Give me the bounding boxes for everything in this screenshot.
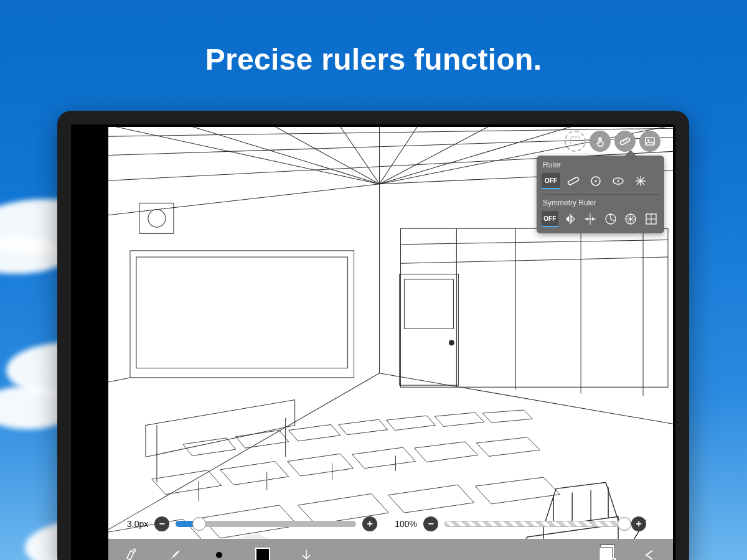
svg-rect-31 — [404, 279, 453, 329]
mirror-vertical-icon[interactable] — [562, 210, 579, 228]
svg-point-32 — [449, 340, 454, 345]
straight-ruler-icon[interactable] — [564, 172, 583, 190]
svg-line-1 — [108, 373, 380, 533]
ruler-section-title: Ruler — [543, 161, 659, 169]
ruler-off-button[interactable]: OFF — [542, 173, 560, 189]
svg-rect-48 — [646, 138, 654, 145]
svg-rect-50 — [568, 177, 580, 185]
brush-size-label: 3.0px — [127, 519, 148, 529]
back-icon[interactable] — [637, 543, 662, 560]
svg-rect-16 — [130, 251, 354, 378]
opacity-label: 100% — [395, 519, 417, 529]
size-slider[interactable] — [176, 521, 356, 527]
size-minus-button[interactable]: − — [154, 516, 169, 531]
selection-tool-icon[interactable] — [565, 131, 586, 152]
brush-size-icon[interactable]: 3.0 — [207, 543, 232, 560]
svg-rect-17 — [136, 257, 348, 368]
svg-point-49 — [647, 139, 649, 141]
svg-rect-43 — [571, 137, 580, 146]
svg-line-3 — [108, 184, 380, 216]
opacity-minus-button[interactable]: − — [423, 516, 438, 531]
tablet-bezel: Ruler OFF Symmetry Ruler OFF — [71, 124, 675, 560]
bottom-toolbar: 3.0 2 — [108, 539, 673, 560]
svg-point-54 — [618, 180, 619, 182]
mirror-both-icon[interactable] — [582, 210, 599, 228]
color-swatch[interactable] — [250, 543, 275, 560]
top-icon-bar — [565, 131, 660, 152]
svg-line-24 — [400, 257, 668, 263]
app-screen: Ruler OFF Symmetry Ruler OFF — [108, 127, 673, 560]
tablet-frame: Ruler OFF Symmetry Ruler OFF — [57, 111, 689, 560]
headline: Precise rulers function. — [0, 42, 747, 77]
opacity-slider[interactable] — [444, 521, 625, 527]
rotational-symmetry-icon[interactable] — [603, 210, 619, 228]
svg-line-2 — [380, 373, 673, 426]
svg-line-18 — [108, 378, 130, 383]
svg-line-29 — [400, 240, 668, 245]
svg-rect-23 — [400, 228, 668, 387]
size-plus-button[interactable]: + — [362, 516, 377, 531]
svg-line-8 — [339, 127, 380, 184]
download-icon[interactable] — [294, 543, 319, 560]
ruler-panel: Ruler OFF Symmetry Ruler OFF — [537, 156, 664, 233]
ruler-tool-icon[interactable] — [614, 131, 636, 152]
svg-point-52 — [595, 180, 597, 182]
circle-ruler-icon[interactable] — [586, 172, 605, 190]
transform-icon[interactable] — [120, 543, 144, 560]
brush-icon[interactable] — [163, 543, 188, 560]
svg-rect-30 — [399, 274, 458, 386]
svg-line-10 — [380, 127, 494, 184]
layers-icon[interactable]: 2 — [593, 543, 618, 560]
kaleidoscope-icon[interactable] — [622, 210, 639, 228]
opacity-plus-button[interactable]: + — [631, 516, 646, 531]
svg-point-20 — [148, 210, 166, 228]
touch-mode-icon[interactable] — [590, 131, 611, 152]
slider-row: 3.0px − + 100% − + — [127, 516, 657, 531]
svg-line-9 — [380, 127, 420, 184]
symmetry-off-button[interactable]: OFF — [542, 211, 558, 227]
radiate-ruler-icon[interactable] — [631, 172, 650, 190]
grid-symmetry-icon[interactable] — [643, 210, 660, 228]
symmetry-section-title: Symmetry Ruler — [543, 198, 659, 207]
image-tool-icon[interactable] — [639, 131, 660, 152]
ellipse-ruler-icon[interactable] — [609, 172, 627, 190]
svg-rect-19 — [139, 203, 174, 233]
